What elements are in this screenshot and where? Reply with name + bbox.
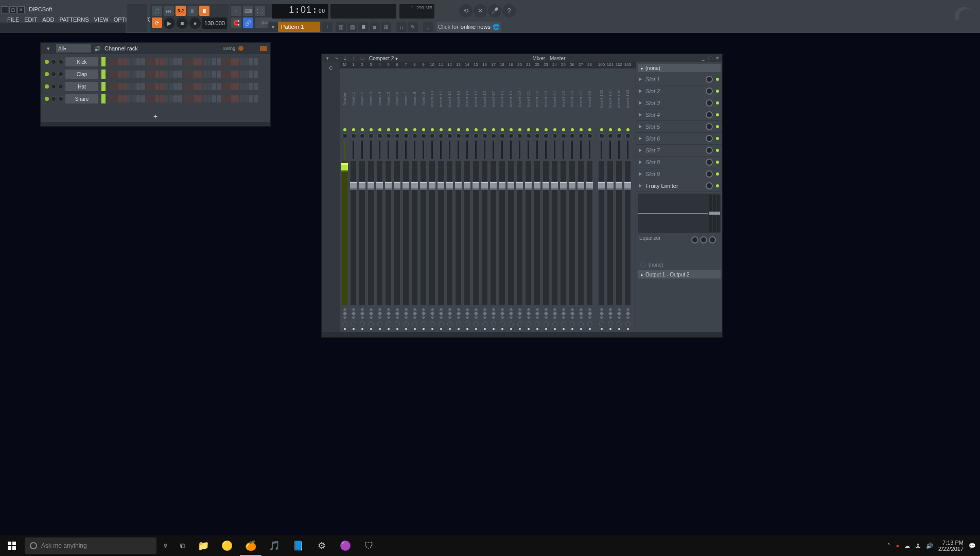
mixer-scrollbar[interactable] bbox=[322, 332, 722, 337]
track-pan-knob[interactable] bbox=[544, 133, 549, 138]
fader-cap[interactable] bbox=[385, 182, 392, 190]
step[interactable] bbox=[184, 95, 188, 102]
fx-arrow-up-icon[interactable] bbox=[579, 307, 583, 310]
track-fader[interactable] bbox=[508, 161, 514, 305]
fx-send-knob[interactable] bbox=[517, 321, 522, 326]
fx-arrow-down-icon[interactable] bbox=[465, 317, 469, 320]
track-fader[interactable] bbox=[464, 161, 470, 305]
channel-name-button[interactable]: Kick bbox=[65, 57, 98, 66]
track-fader[interactable] bbox=[456, 161, 461, 305]
fx-send-knob[interactable] bbox=[500, 321, 505, 326]
fx-arrow-down-icon[interactable] bbox=[544, 317, 548, 320]
step[interactable] bbox=[118, 83, 122, 90]
fx-arrow-up-icon[interactable] bbox=[387, 307, 391, 310]
fx-arrow-down-icon[interactable] bbox=[579, 317, 583, 320]
channel-mute-led[interactable] bbox=[45, 72, 49, 76]
track-enable-led[interactable] bbox=[431, 128, 434, 131]
step[interactable] bbox=[160, 58, 164, 65]
fx-stereo-sep-icon[interactable] bbox=[517, 311, 521, 316]
swing-knob[interactable] bbox=[238, 46, 243, 51]
slot-enable-led[interactable] bbox=[716, 161, 719, 164]
channel-pan-knob[interactable] bbox=[51, 96, 56, 101]
mixer-track[interactable]: Insert 1 bbox=[349, 68, 358, 332]
track-pan-knob[interactable] bbox=[430, 133, 435, 138]
step[interactable] bbox=[212, 95, 216, 102]
mixer-track[interactable]: Insert 22 bbox=[533, 68, 541, 332]
mixer-track[interactable]: Insert 15 bbox=[471, 68, 480, 332]
step[interactable] bbox=[249, 58, 253, 65]
step[interactable] bbox=[235, 71, 239, 78]
track-fader[interactable] bbox=[482, 161, 487, 305]
fx-slot[interactable]: Slot 8 bbox=[636, 157, 722, 168]
step[interactable] bbox=[194, 95, 198, 102]
fx-stereo-sep-icon[interactable] bbox=[421, 311, 425, 316]
step[interactable] bbox=[150, 83, 154, 90]
track-fader[interactable] bbox=[351, 161, 356, 305]
fx-route-dot[interactable] bbox=[440, 328, 442, 330]
fx-send-knob[interactable] bbox=[544, 321, 549, 326]
fx-stereo-sep-icon[interactable] bbox=[500, 311, 504, 316]
graph-editor-icon[interactable] bbox=[260, 46, 267, 51]
taskbar-app-eclipse[interactable]: 🟣 bbox=[334, 535, 357, 556]
channel-name-button[interactable]: Hat bbox=[65, 82, 98, 91]
step[interactable] bbox=[184, 58, 188, 65]
fx-stereo-sep-icon[interactable] bbox=[342, 311, 346, 316]
time-sig[interactable]: 3.2 bbox=[176, 6, 186, 16]
fx-arrow-down-icon[interactable] bbox=[378, 317, 382, 320]
tempo-display[interactable]: 130.000 bbox=[202, 18, 227, 29]
fader-cap[interactable] bbox=[367, 182, 374, 190]
fader-cap[interactable] bbox=[624, 182, 631, 190]
track-fader[interactable] bbox=[447, 161, 452, 305]
track-enable-led[interactable] bbox=[501, 128, 504, 131]
mixer-track[interactable]: Insert 24 bbox=[550, 68, 559, 332]
fx-slot[interactable]: Slot 6 bbox=[636, 133, 722, 145]
track-fader[interactable] bbox=[587, 161, 592, 305]
mixer-track[interactable]: Insert 11 bbox=[436, 68, 445, 332]
fx-arrow-down-icon[interactable] bbox=[562, 317, 566, 320]
track-pan-knob[interactable] bbox=[421, 133, 426, 138]
step[interactable] bbox=[113, 83, 117, 90]
step[interactable] bbox=[122, 95, 127, 102]
track-pan-knob[interactable] bbox=[439, 133, 444, 138]
fx-route-dot[interactable] bbox=[510, 328, 512, 330]
fader-cap[interactable] bbox=[499, 182, 505, 190]
step[interactable] bbox=[207, 58, 212, 65]
track-fader[interactable] bbox=[526, 161, 531, 305]
fx-arrow-down-icon[interactable] bbox=[535, 317, 539, 320]
taskbar-app-flstudio[interactable]: 🍊 bbox=[239, 535, 262, 556]
track-pan-knob[interactable] bbox=[395, 133, 400, 138]
step[interactable] bbox=[113, 95, 117, 102]
tray-network-icon[interactable]: 🖧 bbox=[915, 543, 921, 549]
count-in-icon[interactable]: Ⅲ bbox=[187, 6, 198, 16]
step[interactable] bbox=[184, 71, 188, 78]
fx-route-dot[interactable] bbox=[501, 328, 503, 330]
fx-route-dot[interactable] bbox=[405, 328, 407, 330]
step[interactable] bbox=[231, 95, 235, 102]
mixer-wave-icon[interactable]: ≀ bbox=[350, 55, 357, 61]
fx-route-dot[interactable] bbox=[458, 328, 460, 330]
step[interactable] bbox=[198, 71, 202, 78]
slot-menu-icon[interactable] bbox=[639, 78, 642, 81]
track-pan-knob[interactable] bbox=[561, 133, 566, 138]
step[interactable] bbox=[221, 95, 225, 102]
mixer-track[interactable]: Insert 7 bbox=[401, 68, 410, 332]
track-enable-led[interactable] bbox=[492, 128, 495, 131]
track-pan-knob[interactable] bbox=[386, 133, 391, 138]
fx-send-knob[interactable] bbox=[412, 321, 417, 326]
channel-sound-icon[interactable]: 🔊 bbox=[94, 46, 101, 51]
fx-arrow-down-icon[interactable] bbox=[448, 317, 452, 320]
channel-vol-knob[interactable] bbox=[58, 96, 63, 101]
fx-stereo-sep-icon[interactable] bbox=[412, 311, 416, 316]
mixer-track[interactable]: Insert 102 bbox=[615, 68, 623, 332]
fx-arrow-up-icon[interactable] bbox=[413, 307, 417, 310]
channel-vol-knob[interactable] bbox=[58, 84, 63, 89]
start-button[interactable] bbox=[0, 535, 24, 556]
track-pan-knob[interactable] bbox=[608, 133, 613, 138]
track-pan-knob[interactable] bbox=[369, 133, 374, 138]
track-enable-led[interactable] bbox=[571, 128, 574, 131]
track-pan-knob[interactable] bbox=[360, 133, 365, 138]
track-fader[interactable] bbox=[342, 161, 347, 305]
track-pan-knob[interactable] bbox=[509, 133, 514, 138]
slot-menu-icon[interactable] bbox=[639, 90, 642, 93]
track-fader[interactable] bbox=[561, 161, 566, 305]
